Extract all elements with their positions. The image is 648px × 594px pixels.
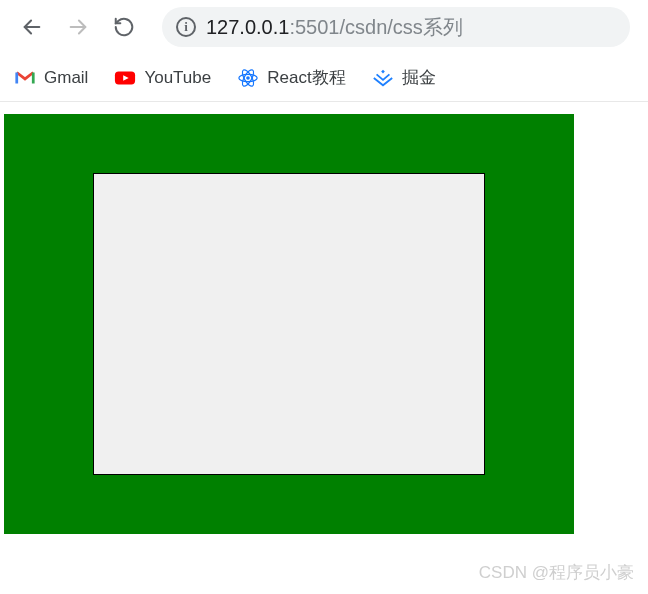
svg-marker-8: [381, 69, 385, 73]
browser-toolbar: i 127.0.0.1:5501/csdn/css系列: [0, 0, 648, 54]
gmail-icon: [14, 67, 36, 89]
inner-box: [93, 173, 485, 475]
reload-icon: [113, 16, 135, 38]
url-path: /csdn/css系列: [339, 16, 462, 38]
bookmark-label: YouTube: [144, 68, 211, 88]
site-info-icon[interactable]: i: [176, 17, 196, 37]
bookmark-gmail[interactable]: Gmail: [14, 67, 88, 89]
outer-box: [4, 114, 574, 534]
forward-button[interactable]: [64, 13, 92, 41]
react-icon: [237, 67, 259, 89]
juejin-icon: [372, 67, 394, 89]
url-host: 127.0.0.1: [206, 16, 289, 38]
bookmark-label: React教程: [267, 66, 345, 89]
back-button[interactable]: [18, 13, 46, 41]
bookmark-youtube[interactable]: YouTube: [114, 67, 211, 89]
youtube-icon: [114, 67, 136, 89]
bookmark-label: 掘金: [402, 66, 436, 89]
bookmark-react[interactable]: React教程: [237, 66, 345, 89]
url-port: :5501: [289, 16, 339, 38]
watermark: CSDN @程序员小豪: [479, 561, 634, 584]
page-content: [0, 102, 648, 534]
url-text: 127.0.0.1:5501/csdn/css系列: [206, 14, 463, 41]
arrow-right-icon: [67, 16, 89, 38]
bookmark-juejin[interactable]: 掘金: [372, 66, 436, 89]
svg-point-4: [246, 76, 250, 80]
arrow-left-icon: [21, 16, 43, 38]
bookmarks-bar: Gmail YouTube React教程: [0, 54, 648, 102]
reload-button[interactable]: [110, 13, 138, 41]
bookmark-label: Gmail: [44, 68, 88, 88]
address-bar[interactable]: i 127.0.0.1:5501/csdn/css系列: [162, 7, 630, 47]
